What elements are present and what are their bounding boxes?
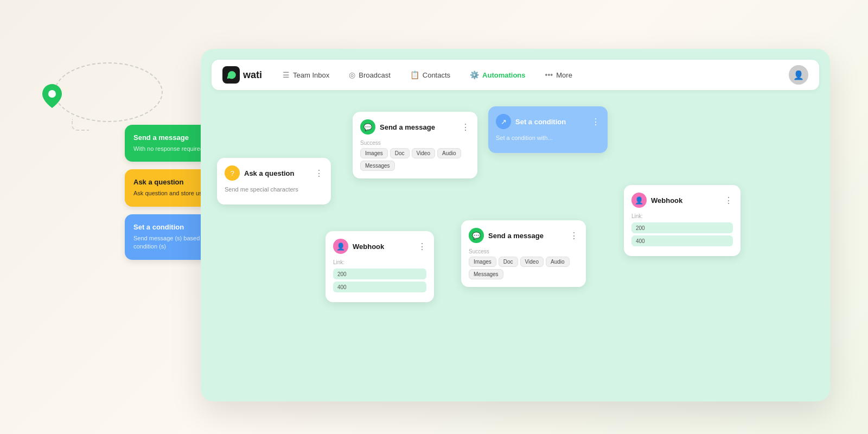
node-webhook-2[interactable]: 👤 Webhook ⋮ Link: 200 400 <box>624 185 741 256</box>
send-message-2-node-title: Send a message <box>488 232 565 240</box>
set-condition-subtitle: Set a condition with... <box>496 135 600 141</box>
tag-messages: Messages <box>360 161 395 171</box>
node-send-message-2[interactable]: 💬 Send a message ⋮ Success Images Doc Vi… <box>461 220 586 287</box>
nav-automations[interactable]: ⚙️ Automations <box>462 67 533 82</box>
tag2-doc: Doc <box>499 257 518 267</box>
webhook-1-bar-200: 200 <box>333 269 426 279</box>
nav-more[interactable]: ••• More <box>538 67 580 82</box>
avatar-icon: 👤 <box>793 70 804 80</box>
webhook-1-node-icon: 👤 <box>333 239 348 254</box>
logo-icon <box>222 66 240 84</box>
logo-text: wati <box>243 69 262 81</box>
ask-question-menu[interactable]: ⋮ <box>315 168 323 178</box>
ask-question-node-title: Ask a question <box>244 169 310 177</box>
tag2-video: Video <box>520 257 544 267</box>
send-message-2-success: Success <box>469 248 578 254</box>
avatar-button[interactable]: 👤 <box>789 65 808 85</box>
webhook-2-bar-400: 400 <box>631 235 733 246</box>
set-condition-node-title: Set a condition <box>515 118 587 126</box>
nav-team-inbox[interactable]: ☰ Team Inbox <box>275 67 337 82</box>
pin-left-icon <box>42 84 62 108</box>
webhook-2-bar-200: 200 <box>631 222 733 233</box>
tag2-audio: Audio <box>546 257 570 267</box>
webhook-2-link-label: Link: <box>631 213 733 219</box>
logo: wati <box>222 66 262 84</box>
broadcast-icon: ◎ <box>349 71 355 79</box>
send-message-1-tags: Images Doc Video Audio Messages <box>360 148 470 171</box>
nav-broadcast-label: Broadcast <box>359 71 391 79</box>
send-message-2-node-icon: 💬 <box>469 228 484 243</box>
send-message-1-node-title: Send a message <box>380 123 457 131</box>
tag-video: Video <box>412 148 435 158</box>
nav-bar: wati ☰ Team Inbox ◎ Broadcast 📋 Contacts… <box>212 60 819 90</box>
nav-more-label: More <box>556 71 572 79</box>
decorative-bubble <box>54 62 163 122</box>
nav-contacts[interactable]: 📋 Contacts <box>403 67 458 82</box>
webhook-1-link-label: Link: <box>333 259 426 265</box>
automations-icon: ⚙️ <box>470 71 479 79</box>
node-ask-question[interactable]: ? Ask a question ⋮ Send me special chara… <box>217 158 331 205</box>
browser-window: wati ☰ Team Inbox ◎ Broadcast 📋 Contacts… <box>201 49 830 401</box>
nav-automations-label: Automations <box>482 71 525 79</box>
send-message-2-tags: Images Doc Video Audio Messages <box>469 257 578 279</box>
nav-broadcast[interactable]: ◎ Broadcast <box>341 67 398 82</box>
set-condition-menu[interactable]: ⋮ <box>591 117 600 127</box>
svg-point-0 <box>48 90 56 98</box>
node-send-message-1[interactable]: 💬 Send a message ⋮ Success Images Doc Vi… <box>353 112 477 178</box>
ask-question-node-icon: ? <box>225 165 240 181</box>
node-webhook-1[interactable]: 👤 Webhook ⋮ Link: 200 400 <box>326 231 434 302</box>
send-message-1-success: Success <box>360 140 470 146</box>
tag2-messages: Messages <box>469 269 503 279</box>
tag-images: Images <box>360 148 388 158</box>
team-inbox-icon: ☰ <box>283 71 290 79</box>
webhook-1-node-title: Webhook <box>353 242 413 251</box>
webhook-2-menu[interactable]: ⋮ <box>724 195 733 206</box>
ask-question-subtitle: Send me special characters <box>225 186 323 193</box>
send-message-1-menu[interactable]: ⋮ <box>461 122 470 132</box>
tag-audio: Audio <box>437 148 461 158</box>
send-message-1-node-icon: 💬 <box>360 119 375 135</box>
node-set-condition[interactable]: ↗ Set a condition ⋮ Set a condition with… <box>488 106 608 153</box>
webhook-1-bar-400: 400 <box>333 282 426 292</box>
send-message-2-menu[interactable]: ⋮ <box>570 231 578 241</box>
webhook-2-node-icon: 👤 <box>631 193 647 208</box>
tag-doc: Doc <box>390 148 410 158</box>
nav-contacts-label: Contacts <box>423 71 450 79</box>
nav-team-inbox-label: Team Inbox <box>293 71 329 79</box>
webhook-2-node-title: Webhook <box>651 196 720 205</box>
contacts-icon: 📋 <box>410 71 419 79</box>
set-condition-node-icon: ↗ <box>496 114 511 129</box>
tag2-images: Images <box>469 257 496 267</box>
webhook-1-menu[interactable]: ⋮ <box>418 241 426 252</box>
more-icon: ••• <box>545 71 553 79</box>
